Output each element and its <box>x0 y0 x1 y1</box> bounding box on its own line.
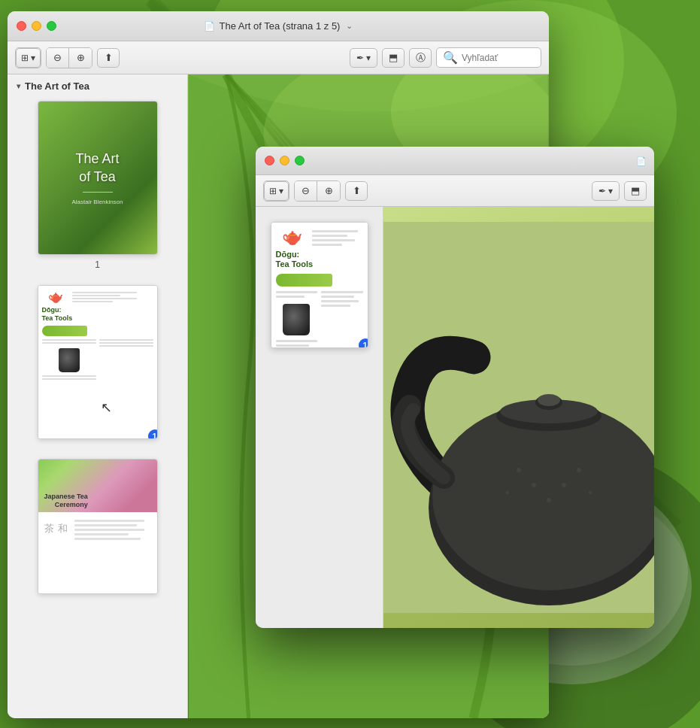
popup-minimize-button[interactable] <box>280 156 289 165</box>
pc1-line3 <box>276 340 318 342</box>
popup-share-button[interactable]: ⬆ <box>345 181 368 201</box>
popup-share-icon: ⬆ <box>353 185 361 196</box>
line3 <box>74 529 144 531</box>
popup-sidebar: 🫖 Dōgu:Tea Tools <box>256 207 383 628</box>
minimize-button[interactable] <box>32 21 41 31</box>
popup-col2 <box>321 291 363 348</box>
maximize-button[interactable] <box>47 21 56 31</box>
sidebar: ▾ The Art of Tea The Artof Tea Alastair … <box>8 74 188 718</box>
titlebar-title: 📄 The Art of Tea (strana 1 z 5) ⌄ <box>204 20 353 32</box>
popup-thumb-container: 🫖 Dōgu:Tea Tools <box>271 222 368 348</box>
page-3-title-text: Japanese TeaCeremony <box>44 493 88 509</box>
popup-view-button[interactable]: ⊞ ▾ <box>264 181 289 201</box>
japanese-chars: 和茶 <box>43 515 70 590</box>
search-input[interactable] <box>462 53 535 63</box>
close-button[interactable] <box>17 21 26 31</box>
line4 <box>74 533 129 535</box>
col1-line-2 <box>42 342 96 344</box>
title-dropdown-arrow[interactable]: ⌄ <box>346 21 353 31</box>
main-toolbar: ⊞ ▾ ⊖ ⊕ ⬆ ✒ ▾ ⬒ Ⓐ 🔍 <box>8 41 549 74</box>
traffic-lights <box>17 21 56 31</box>
page-2-dogu: 🫖 Dōgu:Tea Tools <box>38 286 157 438</box>
popup-view-group: ⊞ ▾ <box>263 180 289 202</box>
pen-dropdown-arrow: ▾ <box>366 53 371 63</box>
popup-zoom-group: ⊖ ⊕ <box>294 180 341 202</box>
page-1-thumbnail[interactable]: The Artof Tea Alastair Blenkinson <box>38 101 158 255</box>
popup-stamp-button[interactable]: ⬒ <box>624 181 647 201</box>
dogu-line-3 <box>72 298 137 299</box>
popup-zoom-out-button[interactable]: ⊖ <box>295 181 317 201</box>
popup-zoom-out-icon: ⊖ <box>302 185 310 196</box>
page-1-label: 1 <box>95 259 100 270</box>
popup-columns <box>276 291 363 348</box>
pen-button[interactable]: ✒ ▾ <box>350 48 377 68</box>
svg-point-22 <box>506 491 510 495</box>
line1 <box>74 520 144 522</box>
col2-line-2 <box>99 342 153 344</box>
dogu-line-4 <box>72 301 113 302</box>
line2 <box>74 524 137 526</box>
dogu-col-1 <box>42 339 96 380</box>
popup-zoom-in-button[interactable]: ⊕ <box>317 181 340 201</box>
col2-line-1 <box>99 339 153 341</box>
popup-pen-arrow: ▾ <box>608 186 613 196</box>
zoom-in-button[interactable]: ⊕ <box>69 48 92 68</box>
view-button-group: ⊞ ▾ <box>15 47 41 68</box>
sidebar-header[interactable]: ▾ The Art of Tea <box>8 74 187 98</box>
dogu-title-area: Dōgu:Tea Tools <box>42 306 153 323</box>
pc1-line1 <box>276 291 318 293</box>
popup-dogu-header: 🫖 <box>276 227 363 247</box>
popup-main-area <box>383 207 654 628</box>
zoom-out-button[interactable]: ⊖ <box>47 48 69 68</box>
popup-jar-icon <box>283 304 310 335</box>
annotate-icon: Ⓐ <box>416 51 426 65</box>
page-3-image: Japanese TeaCeremony <box>38 460 157 512</box>
popup-title-icon: 📄 <box>636 156 647 165</box>
svg-point-18 <box>532 483 536 487</box>
stamp-button[interactable]: ⬒ <box>382 48 405 68</box>
popup-teapot-svg <box>383 207 654 628</box>
popup-titlebar: 📄 <box>256 147 654 175</box>
popup-spoon-row <box>276 274 363 287</box>
share-button[interactable]: ⬆ <box>97 48 120 68</box>
popup-teapot-icon: 🫖 <box>276 227 309 247</box>
popup-dogu-title: Dōgu:Tea Tools <box>276 250 363 269</box>
tea-jar-icon <box>59 348 80 372</box>
popup-close-button[interactable] <box>265 156 274 165</box>
popup-toolbar: ⊞ ▾ ⊖ ⊕ ⬆ ✒ ▾ ⬒ <box>256 175 654 207</box>
zoom-button-group: ⊖ ⊕ <box>46 47 92 68</box>
stamp-icon: ⬒ <box>389 52 398 63</box>
ph-line4 <box>312 244 343 246</box>
popup-pen-button[interactable]: ✒ ▾ <box>592 181 620 201</box>
popup-maximize-button[interactable] <box>295 156 305 165</box>
line5 <box>74 538 141 540</box>
pc1-line4 <box>276 344 309 347</box>
search-box[interactable]: 🔍 <box>436 47 541 68</box>
document-icon: 📄 <box>204 21 215 32</box>
page-3-lines <box>74 515 153 590</box>
popup-spoon-icon <box>276 274 332 287</box>
pen-icon: ✒ <box>356 53 364 63</box>
page-1-subtitle: Alastair Blenkinson <box>71 199 123 205</box>
page-1-container: The Artof Tea Alastair Blenkinson 1 <box>8 98 187 282</box>
page-3-thumbnail[interactable]: Japanese TeaCeremony 和茶 <box>38 459 158 594</box>
popup-page-thumbnail[interactable]: 🫖 Dōgu:Tea Tools <box>271 222 368 348</box>
window-title: The Art of Tea (strana 1 z 5) <box>220 20 341 32</box>
col2-line-3 <box>99 345 153 347</box>
view-mode-button[interactable]: ⊞ ▾ <box>16 48 41 68</box>
svg-point-19 <box>547 498 551 502</box>
circle-button[interactable]: Ⓐ <box>409 48 432 68</box>
popup-grid-icon: ⊞ <box>269 186 277 196</box>
view-dropdown-arrow: ▾ <box>31 53 35 63</box>
zoom-out-icon: ⊖ <box>53 52 62 63</box>
popup-dogu-title-text: Dōgu:Tea Tools <box>276 250 363 269</box>
dogu-line-1 <box>72 292 137 293</box>
search-icon: 🔍 <box>443 50 458 65</box>
page-2-thumbnail[interactable]: 🫖 Dōgu:Tea Tools <box>38 285 158 439</box>
col1-line-3 <box>42 375 96 377</box>
pc2-line3 <box>321 300 359 302</box>
grid-icon: ⊞ <box>21 53 29 63</box>
popup-pen-icon: ✒ <box>598 186 606 196</box>
share-icon: ⬆ <box>105 52 113 63</box>
dogu-col-2 <box>99 339 153 380</box>
